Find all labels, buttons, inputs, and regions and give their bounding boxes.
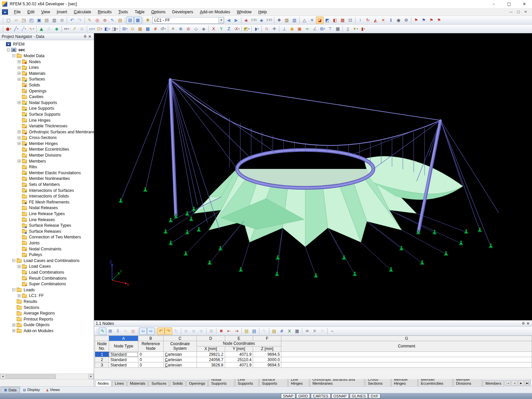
perspective-view-icon[interactable]: ◆ <box>200 25 207 33</box>
tree-item-member-elastic-foundations[interactable]: ▥Member Elastic Foundations <box>0 170 94 176</box>
panel-tab-views[interactable]: ◮Views <box>43 387 63 393</box>
new-solid-icon[interactable]: ◧▾ <box>103 25 111 33</box>
menu-calculate[interactable]: Calculate <box>70 9 94 15</box>
chevron-down-icon[interactable]: ▼ <box>218 17 224 23</box>
load-case-selector[interactable]: LC1 - FF▼ <box>152 17 224 24</box>
table-view-mode-icon[interactable]: ⊞ <box>106 328 114 335</box>
expand-icon[interactable]: + <box>18 142 21 145</box>
collapse-icon[interactable]: − <box>12 259 15 262</box>
copy-row-icon[interactable]: ⊛ <box>190 328 198 335</box>
find-node-icon[interactable]: ◎ <box>93 17 101 24</box>
results-on-solids-icon[interactable]: ▣ <box>296 25 303 33</box>
insert-column-icon[interactable]: ⇥ <box>233 328 240 335</box>
cell[interactable] <box>281 357 532 362</box>
tree-item-ribs[interactable]: ⌐Ribs <box>0 164 94 170</box>
tree-item-nodal-constraints[interactable]: ✕Nodal Constraints <box>0 246 94 252</box>
next-load-case-icon[interactable]: ▶ <box>232 17 240 24</box>
new-surface-support-icon[interactable]: ◆ <box>53 25 61 33</box>
result-diagrams-icon[interactable]: ▥ <box>283 17 291 24</box>
open-file-icon[interactable]: ▱ <box>12 17 20 24</box>
prev-load-case-icon[interactable]: ◀ <box>225 17 232 24</box>
cell[interactable]: 4071.9 <box>225 362 253 368</box>
column-letter-E[interactable]: E <box>225 336 253 341</box>
tree-item-intersections-of-surfaces[interactable]: ✚Intersections of Surfaces <box>0 188 94 194</box>
regenerate-model-icon[interactable]: ↺▾ <box>159 25 167 33</box>
cell[interactable]: 24056.7 <box>197 357 225 362</box>
table-statistics-icon[interactable]: ▦ <box>129 328 137 335</box>
paste-icon[interactable]: ▤ <box>43 17 51 24</box>
print-preview-icon[interactable]: ⊙ <box>58 17 66 24</box>
tree-item-solids[interactable]: ◧Solids <box>0 82 94 88</box>
close-button[interactable]: ✕ <box>517 0 532 8</box>
cell[interactable]: 9694.5 <box>253 352 281 357</box>
new-surface-icon[interactable]: ▭▾ <box>88 25 96 33</box>
intersect-object-icon[interactable]: ✕ <box>379 17 387 24</box>
new-line-type-icon[interactable]: ╱▾ <box>20 25 28 33</box>
snap-icon[interactable]: △ <box>301 17 308 24</box>
menu-help[interactable]: Help <box>255 9 270 15</box>
tree-item-cross-sections[interactable]: +ICross-Sections <box>0 135 94 141</box>
column-letter-B[interactable]: B <box>138 336 163 341</box>
control-panel-icon[interactable]: ▯ <box>344 25 351 33</box>
result-tables-icon[interactable]: ▦ <box>334 25 341 33</box>
pin-icon[interactable] <box>521 321 526 326</box>
deformed-shape-icon[interactable]: ≈ <box>303 25 311 33</box>
tab-members[interactable]: Members <box>483 380 504 386</box>
panel-tab-data[interactable]: ▦Data <box>1 387 20 393</box>
navigator-toggle-icon[interactable]: ▤ <box>126 17 134 24</box>
open-project-icon[interactable]: ◳ <box>20 17 28 24</box>
new-slope-dimension-icon[interactable]: ↗ <box>70 25 78 33</box>
color-scale-icon[interactable]: ▮▾ <box>359 25 367 33</box>
navigator-hscrollbar[interactable]: ◀ ▶ <box>0 373 94 379</box>
next-table-icon[interactable]: ⇨ <box>147 328 155 335</box>
cell[interactable]: 29821.2 <box>197 352 225 357</box>
toggle-glines[interactable]: GLINES <box>350 393 368 398</box>
tab-surfaces[interactable]: Surfaces <box>149 380 169 386</box>
tree-item-sections[interactable]: Sections <box>0 305 94 311</box>
attach-comment-icon[interactable]: ⌁ <box>329 328 336 335</box>
expand-icon[interactable]: + <box>18 78 21 81</box>
formula-icon[interactable]: ƒx <box>311 328 319 335</box>
menu-file[interactable]: File <box>11 9 24 15</box>
new-node-icon[interactable]: ●▾ <box>5 25 12 33</box>
menu-results[interactable]: Results <box>94 9 115 15</box>
tree-item-lines[interactable]: +╱Lines <box>0 65 94 70</box>
tree-item-load-cases[interactable]: +↓Load Cases <box>0 264 94 270</box>
show-loads-icon[interactable]: ◈ <box>242 17 250 24</box>
program-options-icon[interactable]: ⚙ <box>402 17 410 24</box>
new-window-icon[interactable]: ▧ <box>116 17 124 24</box>
menu-edit[interactable]: Edit <box>24 9 38 15</box>
table-chart-icon[interactable]: ∿ <box>122 328 129 335</box>
object-info-icon[interactable]: ℹ <box>387 17 395 24</box>
menu-view[interactable]: View <box>38 9 54 15</box>
zoom-off-icon[interactable]: ⊘ <box>185 25 192 33</box>
insert-row-icon[interactable]: ⊕ <box>182 328 190 335</box>
work-plane-xy-icon[interactable]: ◪ <box>316 17 324 24</box>
import-table-icon[interactable]: ▧ <box>270 328 278 335</box>
menu-insert[interactable]: Insert <box>54 9 70 15</box>
tab-lines[interactable]: Lines <box>112 380 127 386</box>
tree-item-average-regions[interactable]: Average Regions <box>0 310 94 316</box>
cell[interactable]: 0 <box>138 362 163 368</box>
child-restore-icon[interactable]: ▢ <box>515 10 522 14</box>
line-grid-icon[interactable]: ≀ <box>356 17 364 24</box>
tree-item-loads[interactable]: −Loads <box>0 287 94 293</box>
column-letter-C[interactable]: C <box>163 336 197 341</box>
cell[interactable]: 9694.5 <box>253 362 281 368</box>
cell[interactable]: 4071.9 <box>225 352 253 357</box>
tree-item-member-nonlinearities[interactable]: ▯Member Nonlinearities <box>0 176 94 182</box>
isometric-view-icon[interactable]: ◇ <box>192 25 200 33</box>
mesh-node-icon[interactable]: ⊙ <box>129 25 136 33</box>
display-settings-icon[interactable]: ◉ <box>395 17 402 24</box>
expand-icon[interactable]: + <box>18 136 21 139</box>
toggle-cartes[interactable]: CARTES <box>311 393 330 398</box>
maximize-button[interactable]: □ <box>501 0 517 8</box>
cell[interactable] <box>281 362 532 368</box>
tree-item-connection-of-two-members[interactable]: Connection of Two Members <box>0 234 94 240</box>
row-number[interactable]: 3 <box>95 362 109 368</box>
cell[interactable]: Standard <box>109 362 138 368</box>
scroll-thumb[interactable] <box>6 374 56 379</box>
new-load-case-icon[interactable]: ✚ <box>144 17 152 24</box>
select-work-plane-icon[interactable]: ⊡ <box>346 17 354 24</box>
new-file-icon[interactable]: ▢ <box>5 17 12 24</box>
